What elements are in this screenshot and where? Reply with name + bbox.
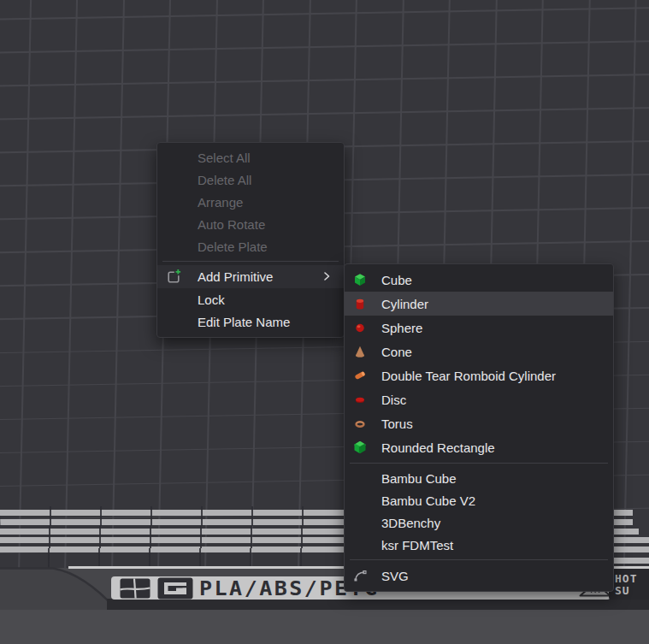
sphere-icon xyxy=(353,321,367,334)
submenu-item-label: Cylinder xyxy=(381,297,428,311)
menu-item-label: Delete All xyxy=(198,173,251,187)
menu-separator xyxy=(350,559,608,560)
menu-item-label: Arrange xyxy=(198,195,243,210)
menu-separator xyxy=(162,261,339,262)
submenu-item-bambu-cube[interactable]: Bambu Cube xyxy=(345,467,613,489)
menu-item-add-primitive[interactable]: Add Primitive xyxy=(157,265,344,288)
submenu-item-label: 3DBenchy xyxy=(381,516,440,530)
submenu-item-label: Cube xyxy=(381,273,412,287)
submenu-item-cylinder[interactable]: Cylinder xyxy=(345,292,613,316)
menu-item-lock[interactable]: Lock xyxy=(157,288,344,311)
disc-icon xyxy=(353,393,367,406)
submenu-item-svg[interactable]: SVG xyxy=(345,564,613,588)
menu-item-delete-plate: Delete Plate xyxy=(157,235,344,257)
hot-surface-line1: HOT xyxy=(615,573,649,585)
menu-item-delete-all: Delete All xyxy=(157,168,344,191)
add-primitive-submenu: Cube Cylinder Sphere xyxy=(344,263,614,592)
submenu-item-label: Torus xyxy=(381,417,413,431)
torus-icon xyxy=(353,417,367,430)
submenu-item-label: Rounded Rectangle xyxy=(381,440,495,455)
menu-separator xyxy=(350,463,608,464)
submenu-item-label: Cone xyxy=(381,345,412,359)
submenu-item-cube[interactable]: Cube xyxy=(345,268,613,292)
menu-item-label: Edit Plate Name xyxy=(198,315,290,329)
plate-edge-shadow xyxy=(107,599,649,610)
menu-item-label: Auto Rotate xyxy=(198,217,265,232)
cone-icon xyxy=(353,345,367,358)
submenu-item-label: Bambu Cube V2 xyxy=(381,493,475,508)
cylinder-icon xyxy=(353,297,367,310)
viewport-3d[interactable]: PLA/ABS/PETG HOT SU Select All Delete Al… xyxy=(0,0,649,644)
submenu-item-label: Double Tear Romboid Cylinder xyxy=(381,369,556,383)
submenu-item-label: Bambu Cube xyxy=(381,471,457,486)
hot-surface-line2: SU xyxy=(615,585,649,597)
chevron-right-icon xyxy=(322,271,332,281)
submenu-item-label: Sphere xyxy=(381,321,422,335)
add-primitive-icon xyxy=(167,269,182,284)
rounded-rectangle-icon xyxy=(353,440,367,454)
menu-item-arrange: Arrange xyxy=(157,191,344,213)
menu-item-edit-plate-name[interactable]: Edit Plate Name xyxy=(157,310,344,334)
menu-item-auto-rotate: Auto Rotate xyxy=(157,213,344,235)
menu-item-label: Add Primitive xyxy=(198,269,273,284)
svg-curve-icon xyxy=(353,569,367,582)
submenu-item-sphere[interactable]: Sphere xyxy=(345,316,613,340)
romboid-cylinder-icon xyxy=(353,369,367,382)
submenu-item-rounded-rectangle[interactable]: Rounded Rectangle xyxy=(345,435,613,459)
submenu-item-3dbenchy[interactable]: 3DBenchy xyxy=(345,511,613,534)
plate-window-logo-icon xyxy=(120,578,150,599)
submenu-item-label: Disc xyxy=(381,393,406,407)
menu-item-label: Delete Plate xyxy=(198,239,268,254)
context-menu: Select All Delete All Arrange Auto Rotat… xyxy=(156,142,345,338)
hot-surface-warning-text: HOT SU xyxy=(609,569,649,600)
submenu-item-label: SVG xyxy=(381,569,409,583)
menu-item-label: Select All xyxy=(198,151,251,165)
menu-item-select-all: Select All xyxy=(157,146,344,168)
submenu-item-double-tear-romboid-cylinder[interactable]: Double Tear Romboid Cylinder xyxy=(345,363,613,387)
submenu-item-cone[interactable]: Cone xyxy=(345,340,613,363)
plate-front-face xyxy=(0,610,649,644)
plate-corner-curve xyxy=(0,566,120,611)
submenu-item-torus[interactable]: Torus xyxy=(345,411,613,435)
submenu-item-label: ksr FDMTest xyxy=(381,538,453,552)
submenu-item-bambu-cube-v2[interactable]: Bambu Cube V2 xyxy=(345,489,613,511)
submenu-item-disc[interactable]: Disc xyxy=(345,387,613,411)
submenu-item-ksr-fdmtest[interactable]: ksr FDMTest xyxy=(345,534,613,556)
plate-brand-logo-icon xyxy=(157,577,193,600)
menu-item-label: Lock xyxy=(198,292,225,307)
cube-icon xyxy=(353,273,367,287)
